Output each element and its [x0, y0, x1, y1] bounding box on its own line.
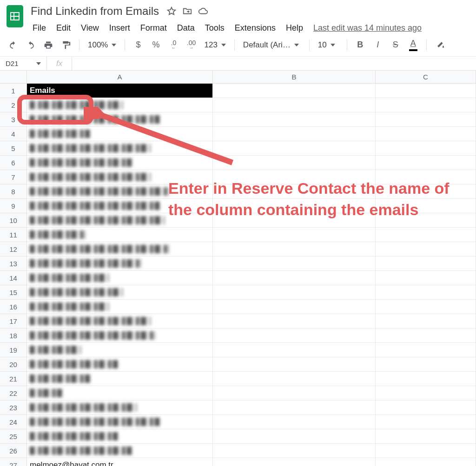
- sheets-logo[interactable]: [6, 4, 24, 29]
- row-header-1[interactable]: 1: [0, 84, 27, 98]
- menu-view[interactable]: View: [77, 21, 103, 35]
- doc-title[interactable]: Find Linkedin from Emails: [29, 4, 161, 19]
- cell-B7[interactable]: [213, 170, 376, 184]
- cell-B15[interactable]: [213, 285, 376, 299]
- fill-color-button[interactable]: [431, 38, 448, 53]
- row-header-8[interactable]: 8: [0, 184, 27, 198]
- cell-B14[interactable]: [213, 271, 376, 285]
- cell-B1[interactable]: [213, 84, 376, 98]
- cell-C27[interactable]: [376, 458, 476, 466]
- row-header-7[interactable]: 7: [0, 170, 27, 184]
- undo-button[interactable]: [5, 38, 21, 53]
- cell-B21[interactable]: [213, 372, 376, 386]
- cell-B3[interactable]: [213, 112, 376, 126]
- cell-C11[interactable]: [376, 228, 476, 242]
- menu-help[interactable]: Help: [282, 21, 307, 35]
- cell-B16[interactable]: [213, 300, 376, 314]
- cell-A27[interactable]: melmoez@havat.com.tr: [27, 458, 213, 466]
- format-percent-button[interactable]: %: [147, 38, 164, 53]
- cell-C22[interactable]: [376, 386, 476, 400]
- cell-C10[interactable]: [376, 213, 476, 227]
- row-header-19[interactable]: 19: [0, 343, 27, 357]
- row-header-11[interactable]: 11: [0, 228, 27, 242]
- cell-B22[interactable]: [213, 386, 376, 400]
- cell-A1[interactable]: Emails: [27, 84, 213, 98]
- cell-C3[interactable]: [376, 112, 476, 126]
- cell-C24[interactable]: [376, 415, 476, 429]
- cell-C4[interactable]: [376, 127, 476, 141]
- cell-C7[interactable]: [376, 170, 476, 184]
- cell-B5[interactable]: [213, 141, 376, 155]
- bold-button[interactable]: B: [352, 38, 369, 53]
- cell-C2[interactable]: [376, 98, 476, 112]
- row-header-4[interactable]: 4: [0, 127, 27, 141]
- cell-C14[interactable]: [376, 271, 476, 285]
- cell-C16[interactable]: [376, 300, 476, 314]
- cell-B9[interactable]: [213, 199, 376, 213]
- star-icon[interactable]: [166, 6, 177, 16]
- cell-B8[interactable]: [213, 184, 376, 198]
- cell-B19[interactable]: [213, 343, 376, 357]
- row-header-5[interactable]: 5: [0, 141, 27, 155]
- font-select[interactable]: Default (Ari…: [239, 40, 304, 50]
- menu-file[interactable]: File: [29, 21, 50, 35]
- row-header-24[interactable]: 24: [0, 415, 27, 429]
- last-edit-link[interactable]: Last edit was 14 minutes ago: [310, 21, 425, 35]
- cell-B2[interactable]: [213, 98, 376, 112]
- row-header-18[interactable]: 18: [0, 328, 27, 342]
- menu-format[interactable]: Format: [137, 21, 171, 35]
- cell-C18[interactable]: [376, 328, 476, 342]
- row-header-20[interactable]: 20: [0, 357, 27, 371]
- cell-B24[interactable]: [213, 415, 376, 429]
- cell-B13[interactable]: [213, 256, 376, 270]
- cell-C9[interactable]: [376, 199, 476, 213]
- increase-decimal-button[interactable]: .00→: [183, 38, 199, 53]
- row-header-27[interactable]: 27: [0, 458, 27, 466]
- row-header-2[interactable]: 2: [0, 98, 27, 112]
- row-header-13[interactable]: 13: [0, 256, 27, 270]
- formula-bar[interactable]: [72, 57, 476, 70]
- row-header-22[interactable]: 22: [0, 386, 27, 400]
- cell-B23[interactable]: [213, 400, 376, 414]
- paint-format-button[interactable]: [58, 38, 74, 53]
- cell-B18[interactable]: [213, 328, 376, 342]
- menu-tools[interactable]: Tools: [201, 21, 228, 35]
- row-header-14[interactable]: 14: [0, 271, 27, 285]
- text-color-button[interactable]: A: [405, 38, 422, 53]
- more-formats-select[interactable]: 123: [200, 40, 229, 50]
- cloud-status-icon[interactable]: [198, 6, 208, 16]
- print-button[interactable]: [40, 38, 57, 53]
- row-header-3[interactable]: 3: [0, 112, 27, 126]
- row-header-12[interactable]: 12: [0, 242, 27, 256]
- cell-B27[interactable]: [213, 458, 376, 466]
- cell-B11[interactable]: [213, 228, 376, 242]
- cell-C13[interactable]: [376, 256, 476, 270]
- row-header-23[interactable]: 23: [0, 400, 27, 414]
- cell-C5[interactable]: [376, 141, 476, 155]
- row-header-21[interactable]: 21: [0, 372, 27, 386]
- col-header-C[interactable]: C: [376, 71, 476, 83]
- decrease-decimal-button[interactable]: .0←: [165, 38, 182, 53]
- cell-C15[interactable]: [376, 285, 476, 299]
- menu-insert[interactable]: Insert: [106, 21, 134, 35]
- cell-C8[interactable]: [376, 184, 476, 198]
- menu-extensions[interactable]: Extensions: [231, 21, 279, 35]
- redo-button[interactable]: [22, 38, 39, 53]
- cell-B17[interactable]: [213, 314, 376, 328]
- cell-B26[interactable]: [213, 444, 376, 458]
- zoom-select[interactable]: 100%: [84, 40, 120, 50]
- row-header-16[interactable]: 16: [0, 300, 27, 314]
- cell-C1[interactable]: [376, 84, 476, 98]
- name-box[interactable]: D21: [0, 59, 46, 67]
- strike-button[interactable]: S: [387, 38, 404, 53]
- format-currency-button[interactable]: $: [130, 38, 146, 53]
- cell-C12[interactable]: [376, 242, 476, 256]
- italic-button[interactable]: I: [370, 38, 386, 53]
- cell-C25[interactable]: [376, 429, 476, 443]
- row-header-25[interactable]: 25: [0, 429, 27, 443]
- cell-C17[interactable]: [376, 314, 476, 328]
- menu-edit[interactable]: Edit: [53, 21, 74, 35]
- row-header-26[interactable]: 26: [0, 444, 27, 458]
- cell-C6[interactable]: [376, 156, 476, 170]
- col-header-B[interactable]: B: [213, 71, 376, 83]
